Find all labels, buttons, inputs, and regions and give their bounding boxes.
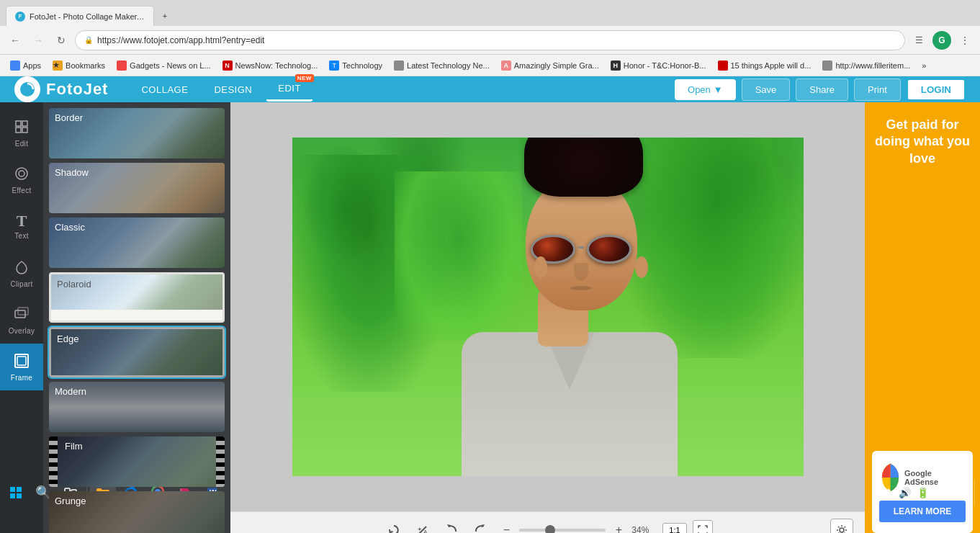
zoom-thumb[interactable] [545,525,555,534]
bookmark-gadgets[interactable]: Gadgets - News on L... [112,58,215,73]
menu-btn[interactable]: ⋮ [956,31,974,50]
logo-text: FotoJet [46,80,108,99]
edge-label: Edge [57,333,78,344]
nav-edit[interactable]: EDIT NEW [266,77,313,102]
frame-classic[interactable]: Classic [49,218,225,268]
tray-volume-icon[interactable]: 🔊 [897,485,912,500]
forward-btn[interactable]: → [29,31,48,50]
ratio-btn[interactable]: 1:1 [662,523,686,534]
back-btn[interactable]: ← [6,31,24,50]
bookmark-technology[interactable]: T Technology [325,58,387,73]
clipart-label: Clipart [11,280,33,288]
foliage-center [395,171,523,341]
login-btn[interactable]: LOGIN [907,79,966,101]
ear-left [534,256,547,278]
show-desktop-btn[interactable] [974,480,977,506]
shadow-label: Shadow [55,167,89,178]
person-nose [574,263,588,281]
person-shirt [462,332,678,476]
tray-battery-icon[interactable]: 🔋 [915,485,930,500]
learn-more-btn[interactable]: LEARN MORE [879,501,966,522]
frame-edge[interactable]: Edge [49,327,225,377]
svg-rect-1 [16,121,21,126]
adsense-label: Google AdSense [904,469,966,486]
start-btn[interactable] [3,480,29,506]
app-container: FotoJet COLLAGE DESIGN EDIT NEW Open ▼ S… [0,76,980,478]
bookmark-apps[interactable]: Apps [6,58,45,73]
frame-label: Frame [11,374,32,382]
classic-label: Classic [55,222,85,233]
svg-rect-16 [17,493,22,498]
bookmark-latest-tech[interactable]: Latest Technology Ne... [390,58,494,73]
star-icon: ★ [53,61,63,71]
sidebar-tool-text[interactable]: T Text [0,203,43,250]
open-btn[interactable]: Open ▼ [675,79,736,100]
bookmark-honor[interactable]: H Honor - T&C:Honor-B... [606,58,711,73]
tray-clock[interactable]: 11:17 PM [933,487,970,498]
svg-rect-8 [18,308,28,315]
refresh-btn[interactable] [382,519,405,534]
nav-collage[interactable]: COLLAGE [130,79,199,101]
zoom-slider[interactable] [519,529,606,532]
sidebar-tool-effect[interactable]: Effect [0,156,43,203]
extensions-btn[interactable]: ☰ [909,31,928,50]
profile-btn[interactable]: G [932,31,951,50]
new-badge: NEW [295,74,314,82]
active-tab[interactable]: F FotoJet - Photo Collage Maker, Card & … [6,6,154,26]
frame-grunge[interactable]: Grunge [49,491,225,533]
sidebar-tool-clipart[interactable]: Clipart [0,250,43,297]
sidebar-tool-edit[interactable]: Edit [0,109,43,156]
tab-title: FotoJet - Photo Collage Maker, Card & Po… [30,12,145,21]
nav-design[interactable]: DESIGN [202,79,264,101]
tab-favicon: F [15,12,25,22]
tray-network-icon[interactable]: ⬆ [883,485,894,500]
text-icon: T [17,213,27,229]
share-btn[interactable]: Share [796,79,848,101]
frame-icon [14,353,30,371]
frame-polaroid[interactable]: Polaroid [49,272,225,323]
person-hair [524,138,643,197]
reload-btn[interactable]: ↻ [52,31,71,50]
bookmarks-bar: Apps ★ Bookmarks Gadgets - News on L... … [0,55,980,76]
undo-btn[interactable] [440,519,463,534]
frame-shadow[interactable]: Shadow [49,163,225,213]
bookmark-amazingly[interactable]: A Amazingly Simple Gra... [497,58,603,73]
fullscreen-btn[interactable] [693,520,713,534]
svg-rect-13 [10,487,15,492]
bookmark-more[interactable]: » [917,59,930,72]
frame-modern[interactable]: Modern [49,382,225,432]
address-bar[interactable]: 🔒 https://www.fotojet.com/app.html?entry… [75,30,905,50]
settings-btn[interactable] [830,519,853,534]
magic-btn[interactable]: A [411,519,434,534]
main-photo [292,138,804,476]
new-tab-btn[interactable]: + [154,6,176,26]
bookmark-filleritem[interactable]: http://www.filleritem... [818,58,914,73]
grunge-label: Grunge [55,496,86,506]
bookmark-bookmarks[interactable]: ★ Bookmarks [48,58,109,73]
frame-border[interactable]: Border [49,108,225,158]
zoom-controls: − + 34% [498,521,657,534]
sidebar-tool-frame[interactable]: Frame [0,344,43,390]
redo-btn[interactable] [469,519,492,534]
frame-film[interactable]: Film [49,436,225,487]
bookmark-newsnow[interactable]: N NewsNow: Technolog... [218,58,323,73]
sidebar-tool-overlay[interactable]: Overlay [0,297,43,344]
browser-toolbar: ← → ↻ 🔒 https://www.fotojet.com/app.html… [0,26,980,55]
header-nav: COLLAGE DESIGN EDIT NEW [130,77,312,102]
svg-rect-10 [17,357,26,365]
svg-rect-2 [22,121,27,126]
print-btn[interactable]: Print [854,79,901,101]
sunglasses [531,235,631,264]
ad-headline: Get paid for doing what you love [872,117,973,167]
bookmark-15things[interactable]: 15 things Apple will d... [714,58,816,73]
zoom-out-btn[interactable]: − [498,521,515,534]
save-btn[interactable]: Save [742,79,791,101]
text-label: Text [14,232,29,240]
svg-rect-4 [22,127,27,133]
app-header: FotoJet COLLAGE DESIGN EDIT NEW Open ▼ S… [0,76,980,102]
modern-label: Modern [55,386,86,397]
canvas-wrapper[interactable] [292,138,804,476]
svg-text:A: A [423,529,428,534]
gadgets-icon [117,61,127,71]
zoom-in-btn[interactable]: + [610,521,627,534]
